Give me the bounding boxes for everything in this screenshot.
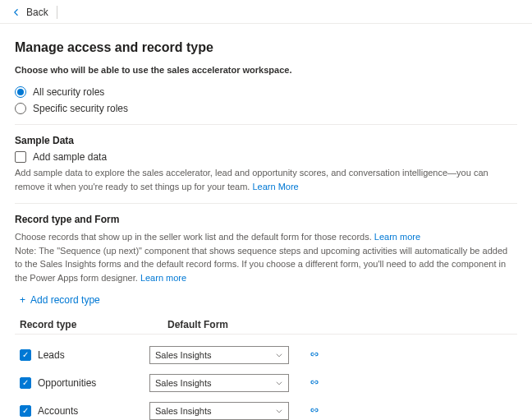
plus-icon: + bbox=[20, 294, 25, 306]
back-label: Back bbox=[26, 7, 48, 18]
col-record-header: Record type bbox=[20, 319, 167, 330]
back-arrow-icon bbox=[11, 7, 21, 17]
chevron-down-icon bbox=[275, 351, 283, 359]
radio-all-roles[interactable]: All security roles bbox=[15, 86, 517, 98]
add-sample-checkbox[interactable]: Add sample data bbox=[15, 151, 517, 163]
divider bbox=[15, 124, 517, 125]
col-form-header: Default Form bbox=[167, 319, 332, 330]
add-record-type-button[interactable]: + Add record type bbox=[20, 294, 517, 306]
radio-unselected-icon bbox=[15, 103, 26, 114]
radio-selected-icon bbox=[15, 86, 26, 98]
default-form-select[interactable]: Sales Insights bbox=[149, 402, 289, 420]
link-icon[interactable] bbox=[309, 377, 320, 389]
topbar-divider bbox=[57, 6, 57, 19]
record-label: Leads bbox=[38, 349, 65, 361]
chevron-down-icon bbox=[275, 379, 283, 387]
back-button[interactable]: Back bbox=[8, 5, 52, 20]
checkbox-checked-icon[interactable]: ✓ bbox=[20, 377, 31, 389]
record-row: ✓OpportunitiesSales Insights bbox=[15, 369, 517, 397]
divider bbox=[15, 203, 517, 204]
checkbox-checked-icon[interactable]: ✓ bbox=[20, 349, 31, 361]
recordtype-note: Note: The "Sequence (up next)" component… bbox=[15, 244, 517, 285]
link-icon[interactable] bbox=[309, 349, 320, 361]
record-label: Opportunities bbox=[38, 377, 96, 389]
checkbox-checked-icon[interactable]: ✓ bbox=[20, 405, 31, 417]
recordtype-learn1-link[interactable]: Learn more bbox=[374, 232, 420, 242]
chevron-down-icon bbox=[275, 407, 283, 415]
radio-specific-label: Specific security roles bbox=[33, 103, 128, 114]
sample-helper: Add sample data to explore the sales acc… bbox=[15, 166, 517, 193]
recordtype-learn2-link[interactable]: Learn more bbox=[140, 273, 186, 283]
recordtype-title: Record type and Form bbox=[15, 214, 517, 225]
checkbox-unchecked-icon bbox=[15, 151, 26, 163]
page-title: Manage access and record type bbox=[15, 40, 517, 55]
add-record-label: Add record type bbox=[30, 294, 100, 306]
record-label: Accounts bbox=[38, 405, 78, 417]
sample-learn-link[interactable]: Learn More bbox=[252, 182, 298, 192]
sample-title: Sample Data bbox=[15, 135, 517, 146]
link-icon[interactable] bbox=[309, 405, 320, 417]
record-row: ✓AccountsSales Insights bbox=[15, 397, 517, 420]
select-value: Sales Insights bbox=[155, 350, 211, 360]
select-value: Sales Insights bbox=[155, 378, 211, 388]
select-value: Sales Insights bbox=[155, 406, 211, 416]
recordtype-line1: Choose records that show up in the selle… bbox=[15, 230, 517, 244]
default-form-select[interactable]: Sales Insights bbox=[149, 374, 289, 392]
record-row: ✓LeadsSales Insights bbox=[15, 341, 517, 369]
page-subhead: Choose who will be able to use the sales… bbox=[15, 65, 517, 75]
default-form-select[interactable]: Sales Insights bbox=[149, 346, 289, 364]
recordtype-line1-text: Choose records that show up in the selle… bbox=[15, 232, 374, 242]
radio-specific-roles[interactable]: Specific security roles bbox=[15, 103, 517, 114]
add-sample-label: Add sample data bbox=[33, 151, 107, 163]
radio-all-label: All security roles bbox=[33, 86, 104, 98]
recordtype-note-text: Note: The "Sequence (up next)" component… bbox=[15, 246, 507, 283]
